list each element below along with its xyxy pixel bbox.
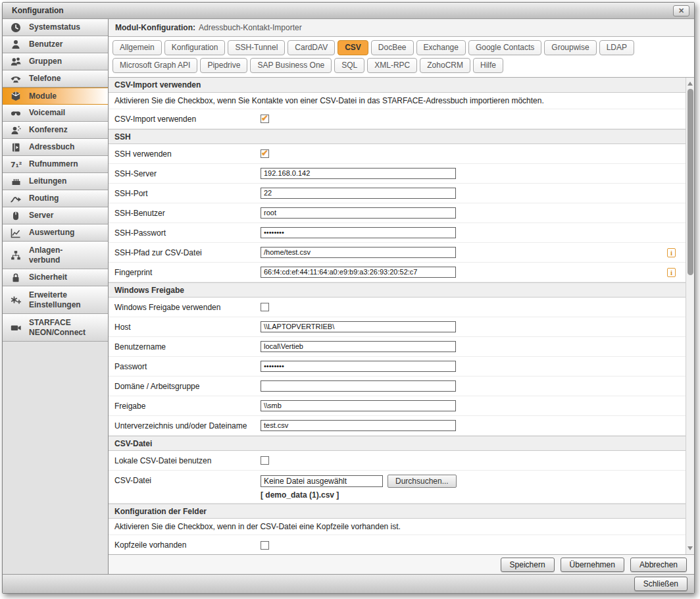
row-passwort: Passwort •••••••• (109, 357, 686, 377)
row-ssh-benutzer: SSH-Benutzer root (109, 203, 686, 223)
sidebar-item-sicherheit[interactable]: Sicherheit (3, 269, 108, 286)
section-header-csv-datei: CSV-Datei (109, 436, 686, 451)
sidebar-item-anlagenverbund[interactable]: Anlagen-verbund (3, 242, 108, 269)
tab-microsoft-graph-api[interactable]: Microsoft Graph API (113, 58, 197, 73)
scroll-down-icon[interactable] (688, 546, 693, 550)
ssh-use-checkbox[interactable] (261, 149, 269, 158)
ssh-password-input[interactable]: •••••••• (261, 227, 456, 238)
tabs-row-2: Microsoft Graph API Pipedrive SAP Busine… (113, 58, 690, 73)
password-input[interactable]: •••••••• (261, 361, 456, 372)
domain-input[interactable] (261, 380, 456, 392)
local-csv-checkbox[interactable] (261, 456, 269, 465)
row-ssh-passwort: SSH-Passwort •••••••• (109, 223, 686, 243)
sidebar-item-voicemail[interactable]: Voicemail (3, 105, 108, 122)
csv-file-input[interactable]: Keine Datei ausgewählt (261, 475, 383, 487)
info-icon[interactable]: i (667, 248, 676, 257)
tab-hilfe[interactable]: Hilfe (473, 58, 503, 73)
tab-carddav[interactable]: CardDAV (288, 40, 335, 55)
field-label: Kopfzeile vorhanden (114, 540, 261, 550)
tab-docbee[interactable]: DocBee (371, 40, 414, 55)
save-button[interactable]: Speichern (501, 558, 555, 572)
ssh-user-input[interactable]: root (261, 207, 456, 219)
module-cube-icon (9, 90, 23, 102)
sidebar-item-auswertung[interactable]: Auswertung (3, 224, 108, 242)
sidebar-item-gruppen[interactable]: Gruppen (3, 53, 108, 70)
sidebar-item-label: Voicemail (29, 108, 65, 117)
sidebar-item-konferenz[interactable]: Konferenz (3, 122, 108, 139)
browse-button[interactable]: Durchsuchen... (388, 475, 457, 488)
chart-icon (9, 227, 23, 239)
section-header-csv-import: CSV-Import verwenden (109, 78, 686, 93)
scrollbar-thumb[interactable] (688, 89, 693, 275)
tab-ssh-tunnel[interactable]: SSH-Tunnel (228, 40, 285, 55)
sidebar-item-systemstatus[interactable]: Systemstatus (3, 19, 108, 36)
tab-exchange[interactable]: Exchange (416, 40, 466, 55)
tab-konfiguration[interactable]: Konfiguration (164, 40, 226, 55)
sidebar: Systemstatus Benutzer Gruppen Telefone M… (3, 19, 109, 574)
tab-zohocrm[interactable]: ZohoCRM (420, 58, 470, 73)
sidebar-item-server[interactable]: Server (3, 207, 108, 224)
tab-sap-business-one[interactable]: SAP Business One (250, 58, 332, 73)
close-button[interactable]: Schließen (634, 577, 688, 591)
sidebar-item-erweiterte-einstellungen[interactable]: ErweiterteEinstellungen (3, 286, 108, 314)
share-input[interactable]: \\smb (261, 400, 456, 411)
csv-import-description: Aktivieren Sie die Checkbox, wenn Sie Ko… (109, 93, 686, 109)
routing-icon (9, 193, 23, 205)
sidebar-item-starface-neon[interactable]: STARFACENEON/Connect (3, 314, 108, 342)
field-label: Domäne / Arbeitsgruppe (114, 382, 261, 391)
sidebar-item-label: Telefone (29, 74, 61, 83)
title-bar: Konfiguration ✕ (3, 3, 694, 19)
tab-ldap[interactable]: LDAP (599, 40, 634, 55)
addressbook-icon (9, 142, 23, 153)
username-input[interactable]: local\Vertieb (261, 341, 456, 352)
tab-sql[interactable]: SQL (334, 58, 364, 73)
sidebar-item-adressbuch[interactable]: Adressbuch (3, 139, 108, 156)
ssh-path-input[interactable]: /home/test.csv (261, 247, 456, 258)
section-header-ssh: SSH (109, 129, 686, 144)
sidebar-item-benutzer[interactable]: Benutzer (3, 36, 108, 53)
tab-allgemein[interactable]: Allgemein (113, 40, 162, 55)
tab-xml-rpc[interactable]: XML-RPC (367, 58, 417, 73)
subdir-input[interactable]: test.csv (261, 420, 456, 431)
field-label: Freigabe (114, 402, 261, 411)
csv-import-checkbox[interactable] (261, 115, 269, 123)
apply-button[interactable]: Übernehmen (561, 558, 624, 572)
info-icon[interactable]: i (667, 268, 676, 277)
field-label: CSV-Import verwenden (114, 115, 261, 124)
sidebar-item-label: Adressbuch (29, 142, 74, 151)
header-row-checkbox[interactable] (261, 541, 269, 550)
ssh-server-input[interactable]: 192.168.0.142 (261, 168, 456, 179)
fingerprint-input[interactable]: 66:f4:cd:ef:44:11:64:a0:e9:b9:a3:26:93:2… (261, 267, 456, 278)
sidebar-item-telefone[interactable]: Telefone (3, 70, 108, 88)
sidebar-item-module[interactable]: Module (3, 88, 108, 105)
field-label: Lokale CSV-Datei benutzen (114, 456, 261, 465)
camera-icon (9, 322, 23, 334)
scroll-up-icon[interactable] (688, 82, 693, 86)
users-icon (9, 56, 23, 68)
cancel-button[interactable]: Abbrechen (630, 558, 687, 572)
tab-csv[interactable]: CSV (338, 40, 368, 55)
row-ssh-port: SSH-Port 22 (109, 184, 686, 203)
sidebar-item-routing[interactable]: Routing (3, 190, 108, 207)
lock-icon (9, 272, 23, 284)
sidebar-item-label: ErweiterteEinstellungen (29, 290, 81, 309)
sidebar-item-leitungen[interactable]: Leitungen (3, 173, 108, 190)
lines-plug-icon (9, 176, 23, 188)
host-input[interactable]: \\LAPTOPVERTRIEB\ (261, 321, 456, 332)
sidebar-item-rufnummern[interactable]: 7₁² Rufnummern (3, 156, 108, 173)
vertical-scrollbar[interactable] (686, 78, 694, 554)
server-icon (9, 210, 23, 222)
field-label: SSH-Server (114, 169, 261, 178)
field-label: Host (114, 323, 261, 332)
row-ssh-server: SSH-Server 192.168.0.142 (109, 164, 686, 184)
close-icon[interactable]: ✕ (673, 5, 689, 16)
tab-pipedrive[interactable]: Pipedrive (200, 58, 247, 73)
ssh-port-input[interactable]: 22 (261, 188, 456, 199)
tab-google-contacts[interactable]: Google Contacts (468, 40, 541, 55)
tab-groupwise[interactable]: Groupwise (544, 40, 596, 55)
phone-icon (9, 73, 23, 85)
network-icon (9, 249, 23, 261)
row-csv-import-verwenden: CSV-Import verwenden (109, 109, 686, 129)
windows-share-checkbox[interactable] (261, 303, 269, 311)
window-footer: Schließen (3, 574, 694, 593)
